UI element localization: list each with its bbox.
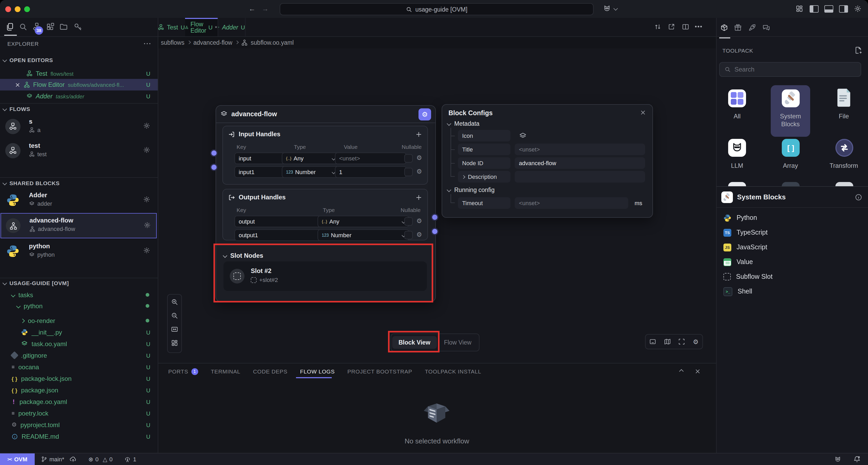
assistant-dropdown-icon[interactable]	[614, 6, 618, 11]
add-output-icon[interactable]	[415, 194, 422, 201]
tab-ports[interactable]: PORTS 1	[168, 368, 198, 375]
block-settings-gear-icon[interactable]	[143, 247, 150, 254]
input-row-gear-icon[interactable]: ⚙	[416, 155, 422, 161]
input-value-field[interactable]: <unset>	[335, 152, 406, 164]
input-type-select[interactable]: {..} Any	[282, 152, 339, 164]
open-editor-item-flow-editor[interactable]: Flow Editor subflows/advanced-fl... U	[0, 79, 158, 90]
close-icon[interactable]	[640, 109, 646, 116]
tree-item-readme[interactable]: README.md U	[0, 431, 158, 442]
input-row-gear-icon[interactable]: ⚙	[416, 168, 422, 175]
input-nullable-checkbox[interactable]	[404, 168, 413, 176]
breadcrumb-part[interactable]: subflows	[161, 39, 185, 46]
popup-item-value[interactable]: Value	[716, 255, 868, 269]
shared-blocks-header[interactable]: SHARED BLOCKS	[3, 180, 60, 186]
flow-list-item-s[interactable]: s a	[0, 115, 158, 139]
sync-cloud-icon[interactable]	[69, 456, 77, 463]
fullscreen-icon[interactable]	[679, 338, 685, 345]
git-branch-status[interactable]: main*	[41, 456, 64, 462]
tree-item-tasks[interactable]: tasks	[0, 289, 158, 300]
toggle-left-sidebar-icon[interactable]	[810, 5, 818, 12]
flow-list-item-test[interactable]: test test	[0, 139, 158, 163]
system-blocks-tile[interactable]	[782, 89, 800, 107]
tab-test[interactable]: Test U	[158, 18, 186, 36]
canvas-settings-gear-icon[interactable]: ⚙	[693, 338, 699, 345]
flow-view-button[interactable]: Flow View	[438, 336, 478, 349]
open-editor-item-adder[interactable]: Adder tasks/adder U	[0, 90, 158, 101]
file-tile[interactable]	[836, 88, 852, 107]
tab-project-bootstrap[interactable]: PROJECT BOOTSTRAP	[347, 368, 412, 375]
traffic-light-zoom[interactable]	[24, 6, 30, 12]
output-type-select[interactable]: 123 Number	[317, 229, 409, 241]
tab-adder[interactable]: Adder U	[218, 18, 246, 36]
output-handle-dot[interactable]	[431, 228, 438, 235]
toolpack-cube-icon[interactable]	[720, 24, 728, 32]
project-header[interactable]: USAGE-GUIDE [OVM]	[3, 280, 69, 286]
input-type-select[interactable]: 123 Number	[282, 166, 339, 178]
popup-item-subflow-slot[interactable]: Subflow Slot	[716, 269, 868, 284]
tree-item-package-lock-json[interactable]: { } package-lock.json U	[0, 373, 158, 384]
input-handle-dot[interactable]	[210, 164, 218, 171]
input-handle-dot[interactable]	[210, 149, 218, 157]
flow-settings-gear-icon[interactable]	[143, 146, 150, 154]
popup-item-typescript[interactable]: TS TypeScript	[716, 225, 868, 240]
extensions-activity-icon[interactable]	[46, 23, 55, 31]
assistant-cat-icon[interactable]	[602, 4, 612, 13]
compare-changes-icon[interactable]	[654, 23, 661, 30]
maximize-panel-icon[interactable]	[679, 369, 684, 374]
icon-value-box-icon[interactable]	[519, 132, 527, 140]
console-panel-icon[interactable]	[650, 338, 656, 345]
toggle-bottom-panel-icon[interactable]	[824, 5, 833, 12]
block-settings-gear-icon[interactable]	[143, 196, 150, 203]
slot-nodes-header[interactable]: Slot Nodes	[223, 252, 263, 259]
config-value-description[interactable]	[515, 171, 645, 182]
input-key-field[interactable]: input	[235, 152, 286, 164]
explorer-more-icon[interactable]	[144, 43, 150, 45]
close-icon[interactable]	[215, 24, 218, 30]
input-key-field[interactable]: input1	[235, 166, 286, 178]
flow-canvas[interactable]: advanced-flow ⚙ Input Handles Key Type V…	[158, 49, 716, 363]
input-value-field[interactable]: 1	[335, 166, 406, 178]
popup-item-javascript[interactable]: JS JavaScript	[716, 240, 868, 255]
node-header[interactable]: advanced-flow ⚙	[216, 106, 435, 123]
flow-settings-gear-icon[interactable]	[143, 122, 150, 129]
flows-header[interactable]: FLOWS	[3, 106, 30, 112]
all-tile[interactable]	[728, 89, 746, 107]
rocket-icon[interactable]	[748, 24, 756, 32]
info-icon[interactable]	[855, 194, 862, 201]
assistant-cat-icon[interactable]	[834, 455, 842, 463]
customize-layout-icon[interactable]	[796, 5, 803, 12]
shared-block-adder[interactable]: Adder adder	[0, 190, 158, 212]
config-label-description[interactable]: Description	[458, 171, 510, 182]
tab-code-deps[interactable]: CODE DEPS	[253, 368, 287, 375]
breadcrumb-part[interactable]: subflow.oo.yaml	[251, 39, 294, 46]
output-key-field[interactable]: output	[235, 216, 322, 227]
llm-tile[interactable]	[728, 139, 746, 157]
output-type-select[interactable]: {..} Any	[317, 216, 409, 227]
node-advanced-flow[interactable]: advanced-flow ⚙ Input Handles Key Type V…	[216, 105, 436, 302]
toggle-right-sidebar-icon[interactable]	[839, 5, 848, 12]
block-view-button[interactable]: Block View	[392, 336, 437, 349]
output-key-field[interactable]: output1	[235, 229, 322, 241]
tree-item-package-oo-yaml[interactable]: ! package.oo.yaml U	[0, 396, 158, 407]
gift-icon[interactable]	[734, 24, 742, 32]
remote-indicator[interactable]: >< OVM	[0, 454, 35, 465]
tree-item-init-py[interactable]: __init__.py U	[0, 327, 158, 338]
split-editor-icon[interactable]	[682, 23, 689, 30]
tree-item-oocana[interactable]: ≡ oocana U	[0, 361, 158, 372]
command-center-search[interactable]: usage-guide [OVM]	[280, 3, 594, 15]
traffic-light-minimize[interactable]	[15, 6, 21, 12]
output-nullable-checkbox[interactable]	[404, 217, 413, 226]
tab-terminal[interactable]: TERMINAL	[211, 368, 241, 375]
output-row-gear-icon[interactable]: ⚙	[416, 231, 422, 238]
tree-item-pyproject-toml[interactable]: ⚙ pyproject.toml U	[0, 419, 158, 430]
problems-status[interactable]: ⊗ 0 △ 0	[88, 456, 113, 463]
new-toolpack-icon[interactable]	[854, 46, 862, 54]
node-settings-button[interactable]: ⚙	[418, 108, 431, 120]
auto-layout-icon[interactable]	[171, 339, 178, 347]
tree-item-oo-render[interactable]: oo-render	[0, 315, 158, 326]
ports-status[interactable]: 1	[124, 456, 136, 463]
notifications-bell-icon[interactable]	[853, 456, 861, 463]
add-input-icon[interactable]	[415, 131, 422, 138]
transform-tile[interactable]	[835, 139, 853, 157]
tab-flow-logs[interactable]: FLOW LOGS	[300, 368, 335, 375]
